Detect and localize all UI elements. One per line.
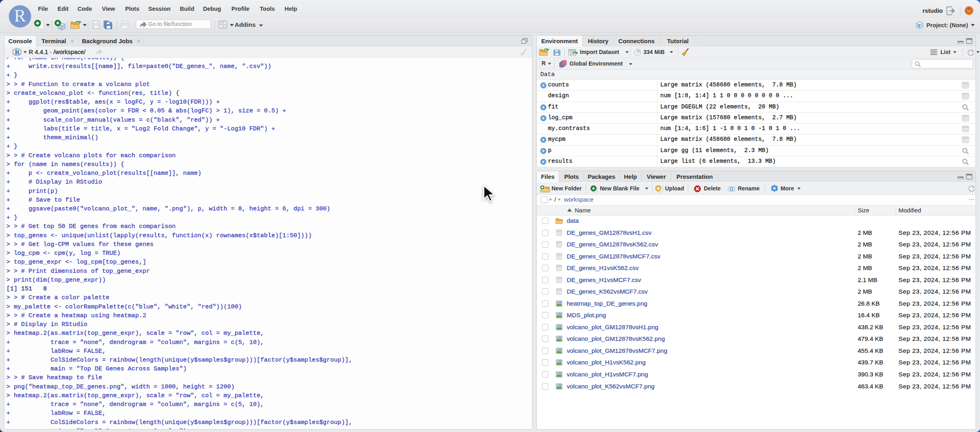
- svg-text:R: R: [918, 24, 920, 28]
- svg-text:R: R: [15, 48, 20, 56]
